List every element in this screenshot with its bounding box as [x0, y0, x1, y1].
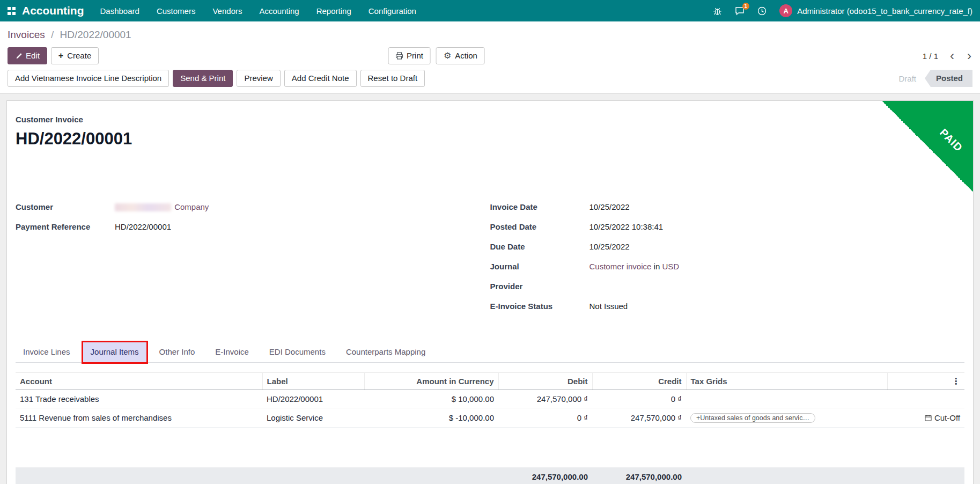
edit-button[interactable]: Edit [8, 47, 47, 64]
column-header-tax-grids[interactable]: Tax Grids [686, 373, 887, 390]
breadcrumb-current: HD/2022/00001 [60, 29, 131, 40]
cell-debit: 247,570,000 ₫ [498, 390, 592, 408]
journal-items-table: Account Label Amount in Currency Debit C… [16, 372, 964, 484]
total-debit: 247,570,000.00 [498, 467, 592, 484]
journal-currency-link[interactable]: USD [662, 262, 679, 271]
invoice-date-field: Invoice Date 10/25/2022 [490, 202, 965, 213]
pager-value: 1 / 1 [923, 52, 938, 61]
cell-credit: 247,570,000 ₫ [592, 408, 686, 428]
column-header-label[interactable]: Label [262, 373, 364, 390]
fields-left-column: Customer Company Payment Reference HD/20… [16, 202, 490, 321]
navbar-systray: 1 A Administrator (odoo15_to_bank_curren… [713, 4, 972, 17]
send-and-print-button[interactable]: Send & Print [173, 70, 233, 87]
cut-off-button[interactable]: Cut-Off [925, 413, 960, 422]
form-view-content: PAID Customer Invoice HD/2022/00001 Cust… [0, 100, 980, 484]
cell-account: 5111 Revenue from sales of merchandises [16, 408, 262, 428]
breadcrumb-separator: / [51, 29, 54, 40]
breadcrumb-invoices[interactable]: Invoices [8, 29, 45, 40]
top-navbar: Accounting Dashboard Customers Vendors A… [0, 0, 980, 21]
invoice-date-value: 10/25/2022 [590, 202, 630, 211]
table-totals-row: 247,570,000.00 247,570,000.00 [16, 467, 964, 484]
cell-label: HD/2022/00001 [262, 390, 364, 408]
einvoice-status-value: Not Issued [590, 302, 628, 311]
status-posted[interactable]: Posted [931, 70, 972, 87]
preview-button[interactable]: Preview [237, 70, 280, 87]
column-header-debit[interactable]: Debit [498, 373, 592, 390]
breadcrumb: Invoices / HD/2022/00001 [8, 26, 972, 47]
nav-item-dashboard[interactable]: Dashboard [100, 6, 139, 16]
apps-grid-icon[interactable] [8, 7, 16, 15]
customer-field: Customer Company [16, 202, 490, 213]
notification-badge: 1 [742, 3, 750, 10]
tab-journal-items[interactable]: Journal Items [83, 342, 146, 362]
messages-icon[interactable]: 1 [735, 6, 745, 16]
journal-in-text: in [654, 262, 660, 271]
einvoice-status-label: E-Invoice Status [490, 302, 590, 311]
table-row[interactable]: 5111 Revenue from sales of merchandises … [16, 408, 964, 428]
control-panel: Invoices / HD/2022/00001 Edit + Create P… [0, 21, 980, 70]
tab-other-info[interactable]: Other Info [152, 342, 203, 362]
journal-link[interactable]: Customer invoice [590, 262, 652, 271]
cell-label: Logistic Service [262, 408, 364, 428]
cell-tax-grids: +Untaxed sales of goods and servic… [686, 408, 887, 428]
invoice-date-label: Invoice Date [490, 202, 590, 211]
cell-tax-grids [686, 390, 887, 408]
tab-e-invoice[interactable]: E-Invoice [208, 342, 256, 362]
nav-item-reporting[interactable]: Reporting [316, 6, 351, 16]
status-arrow-icon [925, 70, 931, 87]
invoice-fields: Customer Company Payment Reference HD/20… [16, 202, 964, 321]
pager-previous-icon[interactable]: ‹ [949, 51, 955, 61]
tab-edi-documents[interactable]: EDI Documents [262, 342, 333, 362]
nav-item-vendors[interactable]: Vendors [212, 6, 242, 16]
payment-reference-field: Payment Reference HD/2022/00001 [16, 222, 490, 233]
main-menu: Dashboard Customers Vendors Accounting R… [100, 6, 416, 16]
posted-date-field: Posted Date 10/25/2022 10:38:41 [490, 222, 965, 233]
printer-icon [395, 52, 403, 60]
create-button[interactable]: + Create [51, 47, 99, 64]
posted-date-value: 10/25/2022 10:38:41 [590, 222, 664, 231]
app-title[interactable]: Accounting [22, 4, 84, 17]
cell-credit: 0 ₫ [592, 390, 686, 408]
column-header-credit[interactable]: Credit [592, 373, 686, 390]
total-credit: 247,570,000.00 [592, 467, 686, 484]
cell-action: Cut-Off [887, 408, 964, 428]
customer-link[interactable]: Company [174, 202, 209, 211]
calendar-icon [925, 414, 932, 421]
posted-date-label: Posted Date [490, 222, 590, 231]
activities-clock-icon[interactable] [757, 6, 767, 16]
status-draft[interactable]: Draft [890, 74, 925, 83]
optional-columns-icon[interactable]: ⋮ [887, 373, 964, 390]
nav-item-accounting[interactable]: Accounting [259, 6, 299, 16]
add-credit-note-button[interactable]: Add Credit Note [284, 70, 357, 87]
user-menu[interactable]: A Administrator (odoo15_to_bank_currency… [779, 4, 972, 17]
nav-item-configuration[interactable]: Configuration [369, 6, 416, 16]
provider-field: Provider [490, 282, 965, 292]
invoice-sheet: PAID Customer Invoice HD/2022/00001 Cust… [6, 100, 974, 484]
document-type-label: Customer Invoice [16, 115, 964, 124]
payment-reference-label: Payment Reference [16, 222, 115, 231]
action-button[interactable]: ⚙ Action [436, 47, 485, 64]
due-date-value: 10/25/2022 [590, 242, 630, 251]
reset-to-draft-button[interactable]: Reset to Draft [360, 70, 425, 87]
column-header-account[interactable]: Account [16, 373, 262, 390]
column-header-amount-in-currency[interactable]: Amount in Currency [364, 373, 498, 390]
nav-item-customers[interactable]: Customers [157, 6, 196, 16]
pager-next-icon[interactable]: › [966, 51, 972, 61]
tab-invoice-lines[interactable]: Invoice Lines [16, 342, 78, 362]
gear-icon: ⚙ [444, 52, 451, 60]
tab-counterparts-mapping[interactable]: Counterparts Mapping [338, 342, 433, 362]
print-button[interactable]: Print [388, 47, 431, 64]
table-spacer-row [16, 428, 964, 468]
due-date-label: Due Date [490, 242, 590, 251]
pager: 1 / 1 ‹ › [923, 51, 972, 61]
debug-bug-icon[interactable] [713, 6, 722, 16]
provider-label: Provider [490, 282, 590, 291]
due-date-field: Due Date 10/25/2022 [490, 242, 965, 253]
pencil-icon [15, 53, 22, 60]
cell-amount: $ -10,000.00 [364, 408, 498, 428]
plus-icon: + [58, 52, 63, 60]
table-row[interactable]: 131 Trade receivables HD/2022/00001 $ 10… [16, 390, 964, 408]
control-panel-buttons-row: Edit + Create Print ⚙ Action 1 / 1 ‹ › [8, 47, 972, 70]
tax-grid-tag: +Untaxed sales of goods and servic… [690, 413, 815, 423]
add-vietnamese-description-button[interactable]: Add Vietnamese Invoice Line Description [8, 70, 169, 87]
